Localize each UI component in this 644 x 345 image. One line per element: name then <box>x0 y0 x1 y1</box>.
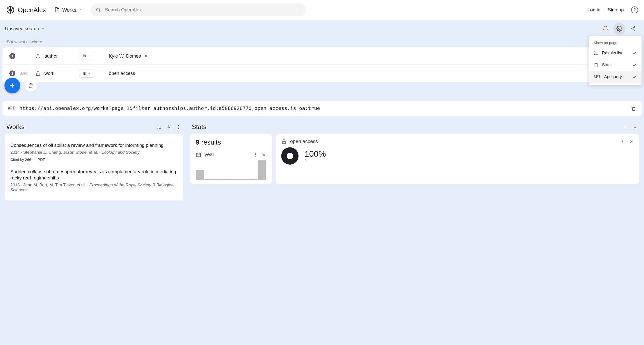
trash-icon <box>28 83 33 88</box>
results-count-card: 9 results year <box>190 134 272 184</box>
stats-title: Stats <box>192 123 206 131</box>
oa-close-button[interactable] <box>629 139 634 144</box>
document-icon <box>54 7 60 12</box>
login-link[interactable]: Log in <box>588 7 600 12</box>
openalex-logo-icon <box>6 6 15 14</box>
delete-filters-button[interactable] <box>25 80 36 92</box>
search-title: Unsaved search <box>5 26 39 32</box>
download-stats-button[interactable] <box>632 124 638 130</box>
notifications-button[interactable] <box>600 23 612 34</box>
filter-value[interactable]: open access <box>109 71 135 76</box>
svg-point-15 <box>594 53 595 54</box>
share-button[interactable] <box>627 23 639 34</box>
works-title: Works <box>6 123 24 131</box>
share-icon <box>630 26 636 32</box>
year-more-button[interactable] <box>253 152 258 157</box>
calendar-icon <box>196 152 201 158</box>
year-close-button[interactable] <box>262 152 266 157</box>
results-count: 9 <box>196 139 200 146</box>
sort-button[interactable] <box>156 124 162 130</box>
sort-icon <box>156 124 162 130</box>
pdf-link[interactable]: PDF <box>38 158 45 162</box>
search-toolbar: Unsaved search Show on page: Results lis… <box>0 20 644 38</box>
bar[interactable] <box>204 179 213 180</box>
bar[interactable] <box>196 170 204 180</box>
more-vert-icon <box>620 139 625 144</box>
filter-operator[interactable]: is <box>80 69 94 78</box>
work-item[interactable]: Consequences of oil spills: a review and… <box>10 139 178 165</box>
close-icon <box>144 54 148 58</box>
global-search[interactable] <box>91 4 306 16</box>
add-filter-button[interactable] <box>4 78 20 94</box>
chevron-down-icon <box>88 54 91 58</box>
saved-search-selector[interactable]: Unsaved search <box>5 26 45 32</box>
copy-icon <box>630 105 636 111</box>
work-meta: 2018 · Jenn M. Burt, M. Tim Tinker, et a… <box>10 183 178 192</box>
entity-label: Works <box>62 7 76 13</box>
api-badge: API <box>8 106 15 110</box>
filter-index-badge: 1 <box>10 53 15 59</box>
bar[interactable] <box>249 179 258 180</box>
works-more-button[interactable] <box>176 124 182 130</box>
copy-api-button[interactable] <box>630 105 636 111</box>
add-stat-button[interactable] <box>622 124 628 130</box>
svg-rect-37 <box>196 153 201 157</box>
svg-point-5 <box>618 28 620 30</box>
cited-by-link[interactable]: Cited by 266 <box>10 158 31 162</box>
svg-rect-46 <box>282 141 286 144</box>
person-icon <box>35 53 41 59</box>
svg-point-31 <box>178 125 179 126</box>
chevron-down-icon <box>41 27 45 30</box>
filter-hint: Show works where: <box>0 38 644 48</box>
svg-line-9 <box>632 29 634 30</box>
svg-point-6 <box>634 26 635 28</box>
work-title: Consequences of oil spills: a review and… <box>10 142 178 148</box>
more-vert-icon <box>253 152 258 157</box>
download-works-button[interactable] <box>166 124 172 130</box>
bar[interactable] <box>258 160 266 180</box>
oa-more-button[interactable] <box>620 139 625 144</box>
header-auth: Log in Sign up ? <box>588 6 638 13</box>
lock-open-icon <box>35 70 41 76</box>
bar[interactable] <box>222 179 231 180</box>
oa-count: 9 <box>304 159 326 163</box>
svg-point-7 <box>631 28 632 30</box>
menu-item-stats[interactable]: Stats <box>589 59 642 71</box>
gear-icon <box>616 26 622 32</box>
oa-percent: 100% <box>304 149 326 159</box>
svg-point-32 <box>178 126 179 128</box>
bar[interactable] <box>214 179 222 180</box>
stats-column: Stats 9 results year <box>190 123 639 184</box>
menu-item-api-query[interactable]: API Api query <box>589 71 642 83</box>
filter-value[interactable]: Kyle W. Demes <box>109 54 141 59</box>
filter-field[interactable]: author <box>44 54 58 59</box>
filter-operator[interactable]: is <box>80 52 94 60</box>
entity-selector[interactable]: Works <box>52 7 84 13</box>
open-access-card: open access 100% 9 <box>276 134 639 184</box>
menu-item-results-list[interactable]: Results list <box>589 47 642 59</box>
bar[interactable] <box>231 179 240 180</box>
work-item[interactable]: Sudden collapse of a mesopredator reveal… <box>10 165 178 196</box>
signup-link[interactable]: Sign up <box>608 7 624 12</box>
svg-point-33 <box>178 128 179 129</box>
help-icon[interactable]: ? <box>631 6 638 13</box>
more-vert-icon <box>176 124 182 130</box>
svg-point-49 <box>622 142 623 143</box>
settings-menu: Show on page: Results list Stats API Api… <box>589 36 642 85</box>
work-title: Sudden collapse of a mesopredator reveal… <box>10 168 178 181</box>
oa-card-title: open access <box>290 139 318 144</box>
settings-button[interactable] <box>613 23 625 34</box>
chevron-down-icon <box>88 72 91 75</box>
works-column: Works Consequences of oil spills: a revi… <box>5 123 183 200</box>
filter-field[interactable]: work <box>44 71 54 76</box>
brand-logo[interactable]: OpenAlex <box>6 6 46 14</box>
lock-open-icon <box>281 139 287 144</box>
bar[interactable] <box>240 179 248 180</box>
filter-join[interactable]: and <box>20 71 30 76</box>
api-url[interactable]: https://api.openalex.org/works?page=1&fi… <box>20 105 626 111</box>
remove-value-button[interactable] <box>143 54 149 59</box>
svg-point-3 <box>96 8 100 11</box>
search-input[interactable] <box>105 7 301 12</box>
works-list-card: Consequences of oil spills: a review and… <box>5 134 183 200</box>
check-icon <box>632 51 637 56</box>
